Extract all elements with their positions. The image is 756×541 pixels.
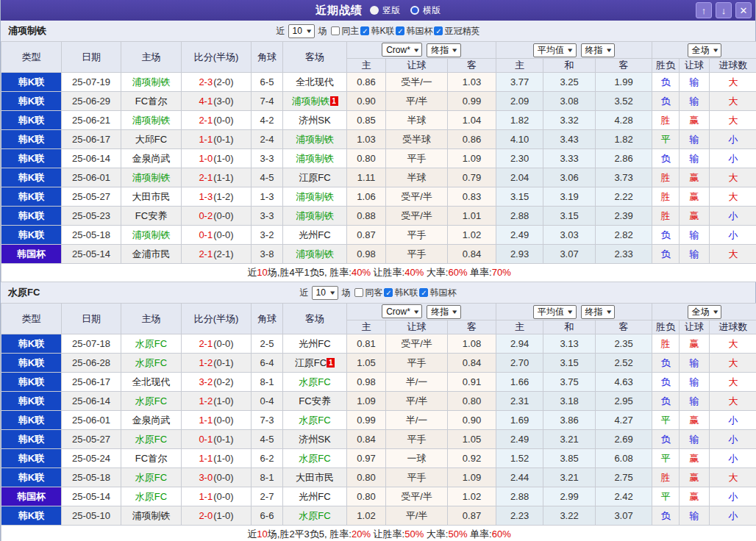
ah-line: 平/半 <box>386 392 448 411</box>
date-cell: 25-05-18 <box>62 468 121 487</box>
match-row: 韩国杯 25-05-14 水原FC 1-1(0-0) 2-7 光州FC 0.80… <box>1 487 756 506</box>
corner-cell: 3-2 <box>252 226 283 245</box>
summary-segment: 大率: <box>424 529 448 540</box>
average-select[interactable]: 平均值▾ <box>533 43 577 57</box>
same-venue-checkbox[interactable] <box>331 26 340 35</box>
odds-time-select[interactable]: 终指▾ <box>427 305 461 319</box>
scope-select[interactable]: 全场▾ <box>688 305 722 319</box>
fulltime-score: 2-1 <box>199 115 213 126</box>
fulltime-score: 2-3 <box>199 76 213 87</box>
league-checkbox-checked[interactable]: ✓ <box>384 288 393 297</box>
bookmaker-select[interactable]: Crow*▾ <box>382 43 422 57</box>
radio-vertical-layout[interactable]: 竖版 <box>370 4 400 17</box>
odds-time-select[interactable]: 终指▾ <box>581 305 616 319</box>
league-checkbox-label: 韩K联 <box>394 287 418 299</box>
league-cell: 韩K联 <box>1 207 62 226</box>
score-cell: 1-1(1-0) <box>182 449 252 468</box>
ah-line: 受平/半 <box>386 334 448 354</box>
corner-cell: 8-1 <box>252 468 283 487</box>
eu-away-odds: 1.82 <box>596 130 652 149</box>
home-cell: 水原FC <box>121 334 182 354</box>
result-wdl: 平 <box>652 411 680 430</box>
move-up-button[interactable]: ↑ <box>696 2 712 18</box>
result-goals: 大 <box>710 468 756 487</box>
home-cell: FC安养 <box>121 207 182 226</box>
home-team-name: 金浦市民 <box>132 248 171 259</box>
league-cell: 韩K联 <box>1 226 62 245</box>
summary-segment: 60% <box>448 267 467 278</box>
league-checkbox-checked[interactable]: ✓ <box>360 26 369 35</box>
ah-line: 平手 <box>386 226 448 245</box>
ah-away-odds: 1.01 <box>448 207 496 226</box>
result-goals: 小 <box>710 130 756 149</box>
match-row: 韩K联 25-05-27 水原FC 0-1(0-1) 4-5 济州SK 0.84… <box>1 430 756 449</box>
eu-away-odds: 2.82 <box>596 226 652 245</box>
close-button[interactable]: ✕ <box>735 2 752 18</box>
away-team-name: FC安养 <box>299 395 330 406</box>
match-row: 韩K联 25-05-27 大田市民 1-3(1-2) 1-3 浦项制铁 1.06… <box>1 187 756 207</box>
halftime-score: (0-1) <box>213 357 233 368</box>
match-row: 韩K联 25-07-19 浦项制铁 2-3(2-0) 6-5 全北现代 0.86… <box>1 73 756 92</box>
ah-away-odds: 1.03 <box>448 73 496 92</box>
away-team-name: 济州SK <box>299 434 330 445</box>
league-checkbox-label: 亚冠精英 <box>444 25 479 37</box>
chevron-down-icon: ▾ <box>414 308 418 315</box>
move-down-button[interactable]: ↓ <box>716 2 732 18</box>
ah-away-odds: 1.05 <box>448 430 496 449</box>
odds-time-select[interactable]: 终指▾ <box>581 43 616 57</box>
chevron-down-icon: ▾ <box>568 46 572 54</box>
league-cell: 韩K联 <box>1 334 62 354</box>
result-goals: 大 <box>710 92 756 111</box>
home-team-name: FC首尔 <box>135 96 167 107</box>
ah-line: 平手 <box>386 354 448 373</box>
same-venue-label: 同客 <box>365 287 382 299</box>
result-goals: 大 <box>710 73 756 92</box>
match-count-select[interactable]: 10▾ <box>288 24 315 38</box>
match-row: 韩K联 25-06-21 浦项制铁 2-1(0-0) 4-2 济州SK 0.85… <box>1 111 756 130</box>
league-checkbox-checked[interactable]: ✓ <box>419 288 428 297</box>
fulltime-score: 2-0 <box>199 510 213 521</box>
eu-draw-odds: 3.08 <box>543 92 596 111</box>
summary-segment: 40% <box>404 267 424 278</box>
home-team-name: 金泉尚武 <box>132 415 171 426</box>
ah-line: 半球 <box>386 168 448 187</box>
asian-odds-group-header: Crow*▾终指▾ <box>347 304 496 320</box>
away-team-name: 光州FC <box>299 491 330 502</box>
summary-segment: 50% <box>448 529 467 540</box>
league-checkbox-checked[interactable]: ✓ <box>396 26 404 35</box>
ah-away-odds: 1.02 <box>448 487 496 506</box>
chevron-down-icon: ▾ <box>713 46 718 54</box>
eu-draw-odds: 3.19 <box>543 187 596 207</box>
ah-line: 受平/半 <box>386 207 448 226</box>
odds-time-select[interactable]: 终指▾ <box>427 43 461 57</box>
average-select[interactable]: 平均值▾ <box>533 305 577 319</box>
eu-draw-odds: 3.86 <box>543 411 596 430</box>
league-checkbox-checked[interactable]: ✓ <box>434 26 443 35</box>
halftime-score: (2-0) <box>213 76 233 87</box>
radio-horizontal-layout[interactable]: 横版 <box>410 4 441 17</box>
section-team-name: 水原FC <box>8 286 40 299</box>
away-team-name: 浦项制铁 <box>296 248 334 259</box>
same-venue-checkbox[interactable] <box>354 288 363 297</box>
result-goals: 大 <box>710 168 756 187</box>
ah-home-odds: 1.05 <box>347 354 386 373</box>
eu-draw-odds: 3.43 <box>543 130 596 149</box>
score-cell: 2-1(2-1) <box>182 245 252 264</box>
halftime-score: (0-0) <box>213 472 233 483</box>
match-count-select[interactable]: 10▾ <box>312 286 339 300</box>
league-cell: 韩K联 <box>1 373 62 392</box>
summary-segment: 场,胜2平3负5, 胜率: <box>268 529 352 540</box>
sub-col-header: 胜负 <box>652 59 680 73</box>
result-goals: 小 <box>710 149 756 168</box>
fulltime-score: 1-0 <box>199 153 213 164</box>
bookmaker-select[interactable]: Crow*▾ <box>382 304 422 318</box>
eu-away-odds: 4.28 <box>596 111 652 130</box>
sub-col-header: 让球 <box>680 59 710 73</box>
result-wdl: 胜 <box>652 468 680 487</box>
scope-select[interactable]: 全场▾ <box>688 43 722 57</box>
sub-col-header: 主 <box>496 59 543 73</box>
result-handicap: 输 <box>680 506 710 526</box>
result-goals: 小 <box>710 411 756 430</box>
league-cell: 韩K联 <box>1 354 62 373</box>
score-cell: 2-1(0-0) <box>182 111 252 130</box>
